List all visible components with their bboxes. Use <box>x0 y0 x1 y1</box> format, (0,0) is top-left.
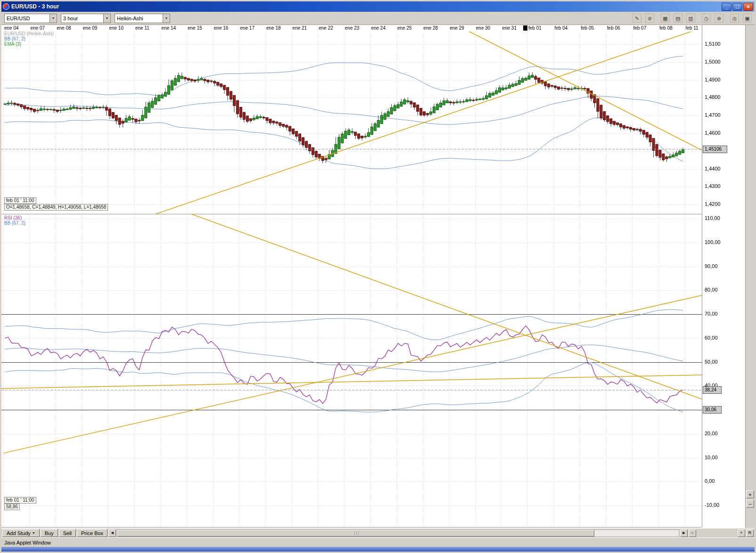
close-button[interactable]: × <box>743 3 753 11</box>
chart-area: EUR/USD (Heikin-Ashi) BB (67, 2) EMA (3)… <box>1 25 755 528</box>
buy-button[interactable]: Buy <box>41 529 58 537</box>
no-drawings-icon[interactable]: ⊘ <box>645 14 654 23</box>
price-box-button[interactable]: Price Box <box>77 529 107 537</box>
window-title: EUR/USD - 3 hour <box>11 3 721 10</box>
zoom-out-button[interactable]: − <box>689 529 696 537</box>
app-icon <box>3 3 9 10</box>
thumb-grip <box>355 531 356 535</box>
status-bar: Java Applet Window <box>1 537 755 547</box>
bottom-toolbar: Add Study ▼ Buy Sell Price Box ◄ ► − + R <box>1 528 755 537</box>
sell-button[interactable]: Sell <box>59 529 76 537</box>
add-study-button[interactable]: Add Study ▼ <box>2 529 40 537</box>
scroll-left-button[interactable]: ◄ <box>108 529 116 537</box>
interval-combobox[interactable]: 3 hour ▼ <box>61 14 111 23</box>
minimize-button[interactable]: _ <box>722 3 731 11</box>
chart-style-value: Heikin-Ashi <box>115 16 163 21</box>
grid-icon[interactable]: ▦ <box>661 14 670 23</box>
taskbar-strip <box>1 547 755 552</box>
app-window: EUR/USD - 3 hour _ □ × EUR/USD ▼ 3 hour … <box>0 0 756 553</box>
vertical-zoom-out-button[interactable]: − <box>746 500 754 508</box>
chevron-down-icon[interactable]: ▼ <box>163 14 170 23</box>
thumb-grip <box>353 531 354 535</box>
maximize-button[interactable]: □ <box>732 3 742 11</box>
status-text: Java Applet Window <box>4 540 51 545</box>
chevron-down-icon[interactable]: ▼ <box>49 14 57 23</box>
reset-button[interactable]: R <box>746 529 754 537</box>
quote-panel-icon[interactable]: ▥ <box>686 14 695 23</box>
symbol-combobox[interactable]: EUR/USD ▼ <box>4 14 57 23</box>
zoom-in-button[interactable]: + <box>738 529 745 537</box>
chart-style-combobox[interactable]: Heikin-Ashi ▼ <box>115 14 170 23</box>
right-scroll-strip[interactable]: + − <box>745 25 755 528</box>
crosshair-icon[interactable]: ⊕ <box>715 14 723 23</box>
clock-icon[interactable]: ◷ <box>702 14 711 23</box>
cascade-windows-icon[interactable]: ▣ <box>743 14 752 23</box>
horizontal-scrollbar-thumb[interactable] <box>117 530 594 537</box>
data-table-icon[interactable]: ▤ <box>674 14 682 23</box>
chevron-down-icon[interactable]: ▼ <box>103 14 110 23</box>
main-toolbar: EUR/USD ▼ 3 hour ▼ Heikin-Ashi ▼ ✎ ⊘ ▦ ▤… <box>1 12 755 25</box>
price-rsi-chart-canvas[interactable] <box>1 25 745 528</box>
horizontal-scrollbar-track[interactable] <box>117 529 679 537</box>
scroll-right-button[interactable]: ► <box>680 529 688 537</box>
interval-value: 3 hour <box>61 16 103 21</box>
vertical-zoom-in-button[interactable]: + <box>746 490 754 498</box>
chevron-down-icon: ▼ <box>32 531 35 535</box>
symbol-value: EUR/USD <box>5 16 49 21</box>
thumb-grip <box>357 531 358 535</box>
add-study-label: Add Study <box>7 530 31 536</box>
titlebar[interactable]: EUR/USD - 3 hour _ □ × <box>1 1 755 12</box>
target-icon[interactable]: ◎ <box>730 14 739 23</box>
trendline-tool-icon[interactable]: ✎ <box>633 14 641 23</box>
